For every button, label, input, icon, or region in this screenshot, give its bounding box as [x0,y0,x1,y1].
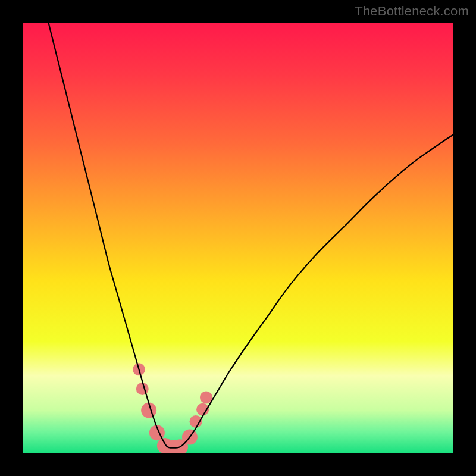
chart-container: TheBottleneck.com [0,0,476,476]
gradient-background [23,23,453,453]
marker-point [136,383,149,395]
chart-svg [23,23,453,453]
watermark-text: TheBottleneck.com [355,4,469,19]
plot-region [23,23,453,453]
